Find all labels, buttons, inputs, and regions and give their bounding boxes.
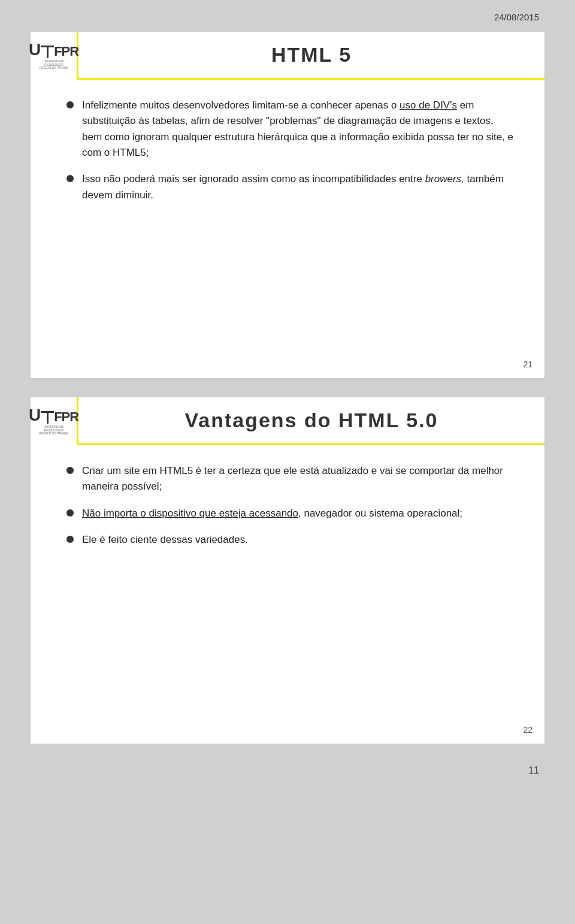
logo-area-1: U FPR UNIVERSIDADETECNOLÓGICAFEDERAL DO … [31,32,78,80]
logo-t-bar-2 [41,411,54,424]
logo-fpr-text-2: FPR [54,410,78,424]
slide-1-title: HTML 5 [271,43,352,67]
slide-1-header: U FPR UNIVERSIDADETECNOLÓGICAFEDERAL DO … [31,32,544,80]
slide-2: U FPR UNIVERSIDADETECNOLÓGICAFEDERAL DO … [30,397,545,744]
slide-2-title: Vantagens do HTML 5.0 [184,409,438,432]
logo-tagline-2: UNIVERSIDADETECNOLÓGICAFEDERAL DO PARANÁ [40,425,68,436]
bullet-dot-2-3 [66,536,74,543]
bullet-text-2-2: Não importa o dispositivo que esteja ace… [82,506,515,521]
bullet-item-1-2: Isso não poderá mais ser ignorado assim … [66,171,515,203]
slide-1-title-bar: HTML 5 [78,32,544,80]
bullet-text-2-1: Criar um site em HTML5 é ter a certeza q… [82,463,515,495]
page-number: 11 [528,765,575,776]
date-text: 24/08/2015 [494,12,539,22]
bullet-item-2-2: Não importa o dispositivo que esteja ace… [66,506,515,521]
underline-nao-importa: Não importa o dispositivo que esteja ace… [82,508,301,519]
slide-2-header: U FPR UNIVERSIDADETECNOLÓGICAFEDERAL DO … [31,397,544,445]
logo-tagline-1: UNIVERSIDADETECNOLÓGICAFEDERAL DO PARANÁ [40,60,68,71]
logo-main-2: U FPR [29,407,78,424]
slide-1-number: 21 [523,360,532,369]
slide-1: U FPR UNIVERSIDADETECNOLÓGICAFEDERAL DO … [30,31,545,379]
utfpr-logo-1: U FPR UNIVERSIDADETECNOLÓGICAFEDERAL DO … [29,41,78,71]
logo-area-2: U FPR UNIVERSIDADETECNOLÓGICAFEDERAL DO … [31,397,78,445]
slide-2-title-bar: Vantagens do HTML 5.0 [78,397,544,445]
bullet-item-1-1: Infelizmente muitos desenvolvedores limi… [66,98,515,161]
logo-stem [47,47,49,58]
logo-u-letter-2: U [29,407,41,424]
logo-t-bar [41,46,54,58]
bullet-text-1-1: Infelizmente muitos desenvolvedores limi… [82,98,515,161]
slide-2-content: Criar um site em HTML5 é ter a certeza q… [31,445,544,744]
underlined-text-div: uso de DIV's [400,99,457,111]
logo-stem-2 [47,413,49,424]
logo-main-1: U FPR [29,41,78,58]
utfpr-logo-2: U FPR UNIVERSIDADETECNOLÓGICAFEDERAL DO … [29,407,78,436]
bullet-text-2-3: Ele é feito ciente dessas variedades. [82,532,515,548]
slide-2-bullet-list: Criar um site em HTML5 é ter a certeza q… [66,463,515,548]
bullet-dot-1 [66,101,74,108]
logo-u-letter: U [29,41,41,58]
slide-1-content: Infelizmente muitos desenvolvedores limi… [31,80,544,378]
bullet-text-1-2: Isso não poderá mais ser ignorado assim … [82,171,515,203]
bullet-dot-2 [66,175,74,182]
bullet-item-2-1: Criar um site em HTML5 é ter a certeza q… [66,463,515,495]
bullet-dot-2-1 [66,467,74,474]
date-header: 24/08/2015 [0,12,575,22]
slide-2-number: 22 [523,725,532,735]
logo-fpr-text: FPR [54,45,78,58]
italic-browers: browers, [425,173,464,185]
bullet-item-2-3: Ele é feito ciente dessas variedades. [66,532,515,548]
slide-1-bullet-list: Infelizmente muitos desenvolvedores limi… [66,98,515,203]
bullet-dot-2-2 [66,509,74,517]
